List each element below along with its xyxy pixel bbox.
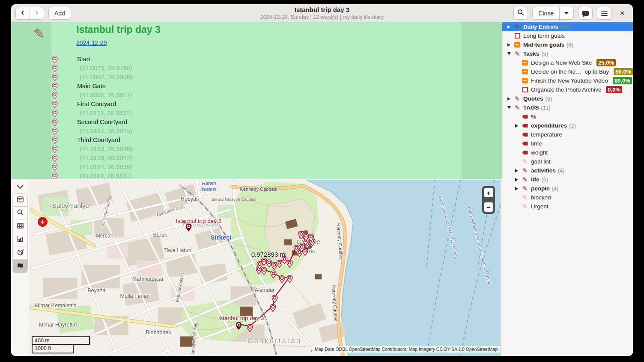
- route-waypoint-pin[interactable]: [286, 275, 293, 283]
- map-attribution: Map Data ODBL OpenStreetMap Contributors…: [312, 346, 500, 353]
- zoom-out-button[interactable]: −: [484, 202, 493, 212]
- sidebar-item-label: Daily Entries: [523, 24, 558, 30]
- sidebar-item-label: Decide on the Ne… op to Buy: [531, 68, 609, 75]
- entry-location-text: Second Courtyard: [77, 119, 127, 125]
- route-start-pin[interactable]: [236, 322, 242, 330]
- sidebar-item-urgent[interactable]: ✎Urgent: [502, 202, 633, 211]
- menu-button[interactable]: [597, 7, 611, 20]
- expander-right-icon[interactable]: [515, 187, 522, 190]
- sidebar-item-label: Tasks: [523, 50, 539, 57]
- sidebar-item-weight[interactable]: weight: [502, 148, 633, 157]
- entry-line: (41.0092, 28.9817): [11, 91, 502, 100]
- expander-right-icon[interactable]: [515, 169, 522, 172]
- entry-lines: Start(41.0073, 28.9796)(41.0082, 28.9808…: [11, 55, 502, 179]
- route-waypoint-pin[interactable]: [279, 275, 285, 283]
- progress-badge: 80,0%: [613, 77, 632, 84]
- expander-down-icon[interactable]: [507, 52, 514, 55]
- expander-right-icon[interactable]: [515, 124, 522, 128]
- sidebar-item-label: Design a New Web Site: [531, 59, 592, 66]
- expander-right-icon[interactable]: [507, 97, 514, 101]
- expander-down-icon[interactable]: [507, 106, 514, 109]
- forward-button[interactable]: ›: [30, 7, 44, 20]
- sidebar-item-[interactable]: %: [502, 112, 633, 121]
- item-count: (2): [569, 122, 576, 129]
- table-view-button[interactable]: [12, 220, 28, 233]
- view-switcher-group: [12, 193, 28, 273]
- sidebar-item-time[interactable]: time: [502, 139, 633, 148]
- item-count: (77): [561, 24, 570, 30]
- sidebar-item-organize-the-photo-archive[interactable]: Organize the Photo Archive0,0%: [502, 85, 633, 94]
- route-waypoint-pin[interactable]: [270, 304, 276, 312]
- wave-icon: ~: [522, 78, 528, 83]
- route-waypoint-pin[interactable]: [247, 324, 253, 332]
- tag-icon: [522, 151, 528, 154]
- map-view-button[interactable]: [12, 260, 28, 273]
- comment-bubble-icon: [582, 11, 589, 16]
- desktop: ‹ › Add Istanbul trip day 3 2024-12-29, …: [0, 0, 644, 362]
- map-panel: HaremİskelesiKennedy CaddesiHobyarSirkec…: [11, 179, 502, 356]
- sidebar-item-design-a-new-web-site[interactable]: ~Design a New Web Site25,0%: [502, 58, 633, 67]
- entry-line: Start: [11, 55, 502, 64]
- close-dropdown-button[interactable]: [559, 7, 574, 20]
- paint-view-button[interactable]: [12, 246, 28, 260]
- item-count: (5): [541, 50, 548, 57]
- item-count: (4): [552, 185, 559, 192]
- entry-coordinate-text: (41.0124, 28.9838): [80, 163, 132, 170]
- sidebar-item-quotes[interactable]: ✎Quotes(3): [502, 94, 633, 103]
- search-view-button[interactable]: [12, 207, 28, 220]
- expander-right-icon[interactable]: [507, 25, 514, 29]
- close-entry-button[interactable]: Close: [532, 7, 560, 20]
- sidebar-item-people[interactable]: ✎people(4): [502, 184, 633, 193]
- sidebar: ✎Daily Entries(77)Long term goals~Mid-te…: [502, 22, 633, 356]
- window-subtitle: 2024-12-29, Sunday | 12 word(s) | my dai…: [194, 14, 450, 21]
- sidebar-item-blocked[interactable]: ✎blocked: [502, 193, 633, 202]
- window-close-button[interactable]: ×: [616, 7, 629, 20]
- route-waypoint-pin[interactable]: [286, 260, 293, 268]
- progress-badge: 0,0%: [606, 86, 622, 93]
- item-count: (11): [541, 104, 551, 111]
- entry-location-text: Start: [77, 56, 90, 62]
- comments-button[interactable]: [578, 7, 593, 20]
- sidebar-item-tags[interactable]: ✎TAGS(11): [502, 103, 633, 112]
- item-count: (5): [542, 176, 549, 183]
- entry-line: (41.0082, 28.9808): [11, 73, 502, 82]
- back-button[interactable]: ‹: [15, 7, 30, 20]
- entry-line: (41.0124, 28.9838): [11, 163, 502, 172]
- entry-editor[interactable]: ✎ Istanbul trip day 3 2024-12-29 Start(4…: [11, 22, 502, 179]
- entry-date-link[interactable]: 2024-12-29: [76, 39, 107, 46]
- map-pin-icon: [52, 145, 58, 153]
- calendar-view-button[interactable]: [12, 193, 28, 207]
- map-canvas[interactable]: HaremİskelesiKennedy CaddesiHobyarSirkec…: [29, 180, 502, 356]
- sidebar-item-finish-the-new-youtube-video[interactable]: ~Finish the New Youtube Video80,0%: [502, 76, 633, 85]
- sidebar-item-long-term-goals[interactable]: Long term goals: [502, 31, 633, 40]
- sidebar-item-life[interactable]: ✎life(5): [502, 175, 633, 184]
- sidebar-item-tasks[interactable]: ✎Tasks(5): [502, 49, 633, 58]
- add-button[interactable]: Add: [48, 7, 71, 20]
- sidebar-item-daily-entries[interactable]: ✎Daily Entries(77): [502, 22, 633, 31]
- sidebar-item-goal-list[interactable]: ✎goal list: [502, 157, 633, 166]
- expander-right-icon[interactable]: [515, 178, 522, 181]
- chart-view-button[interactable]: [12, 233, 28, 246]
- sidebar-item-mid-term-goals[interactable]: ~Mid-term goals(6): [502, 40, 633, 49]
- sidebar-item-label: people: [531, 185, 550, 192]
- day2-entry-pin[interactable]: [185, 223, 192, 231]
- sidebar-item-temperature[interactable]: temperature: [502, 130, 633, 139]
- pencil-outline-icon: ✎: [522, 194, 528, 201]
- entry-line: (41.0113, 28.9831): [11, 109, 502, 118]
- route-waypoint-pin[interactable]: [271, 295, 278, 303]
- sidebar-item-expenditures[interactable]: expenditures(2): [502, 121, 633, 130]
- zoom-in-button[interactable]: +: [484, 188, 493, 197]
- route-waypoint-pin[interactable]: [270, 270, 277, 279]
- route-waypoint-pin[interactable]: [298, 231, 304, 239]
- map-pin-icon: [52, 56, 58, 63]
- sidebar-item-label: %: [531, 113, 536, 120]
- wave-icon: ~: [522, 60, 528, 65]
- chevron-down-icon: [17, 183, 24, 191]
- collapse-panel-button[interactable]: [15, 183, 25, 191]
- expander-right-icon[interactable]: [507, 43, 514, 47]
- entry-line: First Coutyard: [11, 100, 502, 109]
- search-button[interactable]: [513, 7, 528, 20]
- map-pin-icon: [52, 163, 58, 171]
- sidebar-item-activities[interactable]: ✎activities(4): [502, 166, 633, 175]
- sidebar-item-decide-on-the-ne-op-to-buy[interactable]: ~Decide on the Ne… op to Buy50,0%: [502, 67, 633, 76]
